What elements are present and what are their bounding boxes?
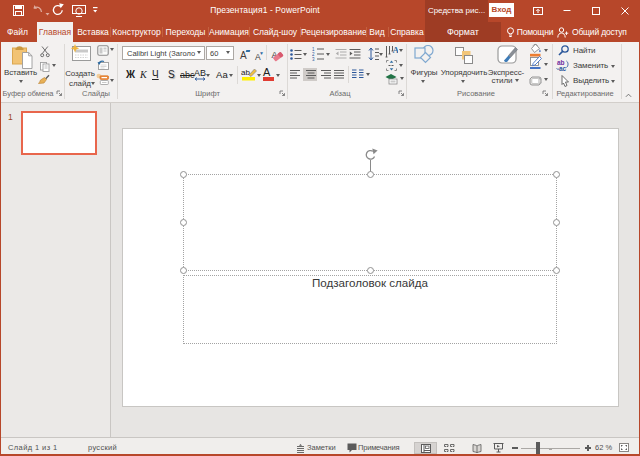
svg-text:АВ: АВ — [194, 68, 206, 78]
svg-text:ac: ac — [559, 65, 567, 71]
svg-text:А: А — [393, 45, 399, 55]
svg-text:3: 3 — [312, 57, 315, 61]
svg-text:ab: ab — [241, 68, 250, 77]
